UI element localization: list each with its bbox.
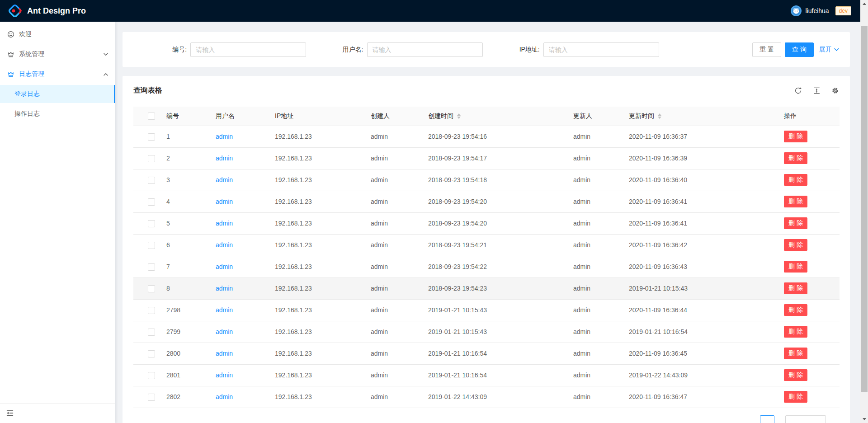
row-checkbox[interactable] [148, 372, 155, 379]
sidebar-item-system-management[interactable]: 系统管理 [0, 45, 115, 63]
sort-carets-icon[interactable] [457, 113, 461, 119]
sidebar-item-login-log[interactable]: 登录日志 [0, 85, 115, 103]
cell-ip: 192.168.1.23 [268, 364, 363, 386]
scrollbar-thumb[interactable] [861, 26, 868, 392]
username-link[interactable]: admin [216, 198, 233, 205]
cell-id: 6 [159, 234, 208, 256]
cell-updater: admin [566, 256, 622, 277]
cell-id: 2800 [159, 343, 208, 364]
delete-button[interactable]: 删 除 [784, 304, 807, 316]
reload-icon[interactable] [794, 87, 802, 94]
crown-icon [7, 51, 14, 58]
cell-updater: admin [566, 234, 622, 256]
cell-id: 1 [159, 126, 208, 147]
delete-button[interactable]: 删 除 [784, 369, 807, 381]
delete-button[interactable]: 删 除 [784, 282, 807, 294]
user-menu[interactable]: liufeihua [791, 5, 829, 16]
cell-updater: admin [566, 147, 622, 169]
cell-id: 2798 [159, 299, 208, 321]
expand-link[interactable]: 展开 [819, 46, 839, 54]
cell-created-at: 2018-09-23 19:54:21 [421, 234, 566, 256]
delete-button[interactable]: 删 除 [784, 391, 807, 403]
cell-creator: admin [363, 126, 421, 147]
query-button[interactable]: 查 询 [785, 42, 814, 57]
row-checkbox[interactable] [148, 394, 155, 401]
delete-button[interactable]: 删 除 [784, 152, 807, 164]
row-checkbox[interactable] [148, 242, 155, 249]
sort-carets-icon[interactable] [658, 113, 661, 119]
cell-updater: admin [566, 191, 622, 212]
cell-updated-at: 2019-01-21 10:16:54 [622, 321, 777, 343]
table-row: 4 admin 192.168.1.23 admin 2018-09-23 19… [133, 191, 840, 212]
table-row: 2 admin 192.168.1.23 admin 2018-09-23 19… [133, 147, 840, 169]
cell-created-at: 2019-01-22 14:43:09 [421, 386, 566, 408]
username-link[interactable]: admin [216, 328, 233, 335]
column-height-icon[interactable] [813, 87, 821, 94]
row-checkbox[interactable] [148, 285, 155, 292]
settings-icon[interactable] [831, 87, 839, 94]
row-checkbox[interactable] [148, 220, 155, 227]
sidebar-collapse-trigger[interactable] [0, 403, 115, 423]
cell-created-at: 2018-09-23 19:54:22 [421, 256, 566, 277]
menu-fold-icon [6, 409, 14, 417]
ip-field-input[interactable] [543, 42, 659, 57]
delete-button[interactable]: 删 除 [784, 174, 807, 186]
sidebar-item-welcome[interactable]: 欢迎 [0, 25, 115, 43]
sidebar-item-log-management[interactable]: 日志管理 [0, 65, 115, 83]
delete-button[interactable]: 删 除 [784, 261, 807, 273]
cell-created-at: 2018-09-23 19:54:16 [421, 126, 566, 147]
app-logo[interactable]: Ant Design Pro [7, 3, 86, 19]
scrollbar-up-arrow-icon[interactable] [860, 0, 868, 8]
delete-button[interactable]: 删 除 [784, 131, 807, 142]
cell-ip: 192.168.1.23 [268, 321, 363, 343]
delete-button[interactable]: 删 除 [784, 326, 807, 338]
username-link[interactable]: admin [216, 263, 233, 270]
username-link[interactable]: admin [216, 155, 233, 162]
cell-id: 2802 [159, 386, 208, 408]
pagination-page-size-select[interactable] [785, 415, 826, 423]
column-header-created-at[interactable]: 创建时间 [421, 107, 566, 126]
row-checkbox[interactable] [148, 307, 155, 314]
row-checkbox[interactable] [148, 329, 155, 336]
row-checkbox[interactable] [148, 263, 155, 271]
username-link[interactable]: admin [216, 371, 233, 379]
cell-updater: admin [566, 169, 622, 191]
cell-created-at: 2019-01-21 10:15:43 [421, 299, 566, 321]
username-field-input[interactable] [367, 42, 483, 57]
delete-button[interactable]: 删 除 [784, 196, 807, 207]
username-link[interactable]: admin [216, 306, 233, 314]
cell-created-at: 2018-09-23 19:54:20 [421, 191, 566, 212]
username-link[interactable]: admin [216, 133, 233, 140]
sidebar-item-operation-log[interactable]: 操作日志 [0, 105, 115, 123]
username-link[interactable]: admin [216, 241, 233, 249]
vertical-scrollbar[interactable] [860, 0, 868, 423]
cell-updated-at: 2020-11-09 16:36:37 [622, 126, 777, 147]
delete-button[interactable]: 删 除 [784, 217, 807, 229]
cell-id: 2801 [159, 364, 208, 386]
search-field-ip: IP地址: [486, 42, 663, 57]
username-link[interactable]: admin [216, 285, 233, 292]
username-link[interactable]: admin [216, 176, 233, 183]
pagination-current-page[interactable] [760, 415, 774, 423]
row-checkbox[interactable] [148, 350, 155, 357]
cell-creator: admin [363, 299, 421, 321]
row-checkbox[interactable] [148, 198, 155, 206]
select-all-checkbox[interactable] [148, 113, 155, 120]
table-row: 2798 admin 192.168.1.23 admin 2019-01-21… [133, 299, 840, 321]
username-link[interactable]: admin [216, 393, 233, 400]
cell-id: 4 [159, 191, 208, 212]
reset-button[interactable]: 重 置 [752, 42, 781, 57]
id-field-input[interactable] [190, 42, 306, 57]
cell-creator: admin [363, 386, 421, 408]
row-checkbox[interactable] [148, 133, 155, 141]
delete-button[interactable]: 删 除 [784, 239, 807, 251]
cell-creator: admin [363, 234, 421, 256]
username-link[interactable]: admin [216, 350, 233, 357]
username-link[interactable]: admin [216, 220, 233, 227]
scrollbar-down-arrow-icon[interactable] [860, 415, 868, 423]
cell-created-at: 2018-09-23 19:54:23 [421, 277, 566, 299]
column-header-updated-at[interactable]: 更新时间 [622, 107, 777, 126]
row-checkbox[interactable] [148, 155, 155, 162]
delete-button[interactable]: 删 除 [784, 348, 807, 359]
row-checkbox[interactable] [148, 177, 155, 184]
